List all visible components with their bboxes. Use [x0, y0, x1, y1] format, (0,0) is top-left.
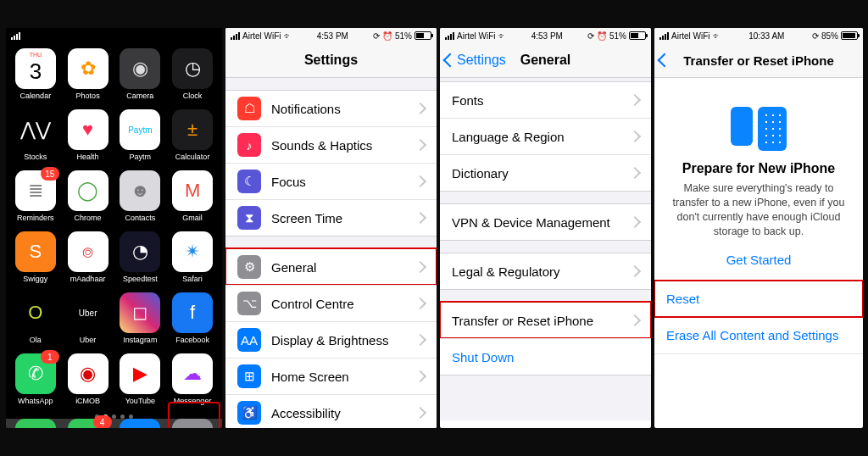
status-bar: Airtel WiFiᯤ 10:33 AM ⟳85% — [654, 28, 863, 43]
app-label: Gmail — [182, 214, 203, 222]
row-label: Display & Brightness — [271, 333, 416, 348]
status-bar — [6, 28, 222, 43]
app-speedtest[interactable]: ◔Speedtest — [114, 231, 167, 292]
row-sounds-haptics[interactable]: ♪Sounds & Haptics — [225, 126, 437, 163]
app-label: iCMOB — [75, 397, 100, 405]
app-label: Camera — [126, 92, 153, 100]
row-screen-time[interactable]: ⧗Screen Time — [225, 199, 437, 236]
row-label: Legal & Regulatory — [452, 264, 631, 279]
app-gmail[interactable]: MGmail — [166, 170, 219, 231]
app-paytm[interactable]: PaytmPaytm — [114, 109, 167, 170]
home-screen: THU3Calendar✿Photos◉Camera◷Clock⋀⋁Stocks… — [6, 28, 222, 428]
chevron-right-icon — [415, 175, 426, 187]
back-button[interactable]: Settings — [445, 53, 506, 68]
chevron-right-icon — [415, 212, 426, 224]
app-ola[interactable]: OOla — [9, 292, 62, 353]
chevron-right-icon — [415, 298, 426, 309]
row-language-region[interactable]: Language & Region — [440, 118, 651, 154]
status-bar: Airtel WiFiᯤ 4:53 PM ⟳⏰51% — [225, 28, 437, 43]
chevron-right-icon — [415, 370, 426, 382]
row-transfer-or-reset-iphone[interactable]: Transfer or Reset iPhone — [440, 302, 651, 338]
carrier: Airtel WiFi — [242, 31, 281, 41]
row-vpn-device-management[interactable]: VPN & Device Management — [440, 203, 651, 241]
row-legal-regulatory[interactable]: Legal & Regulatory — [440, 253, 651, 290]
dock-messages[interactable]: ✉4 — [68, 419, 108, 428]
app-label: mAadhaar — [70, 275, 106, 283]
chevron-right-icon — [415, 261, 426, 273]
app-stocks[interactable]: ⋀⋁Stocks — [9, 109, 62, 170]
app-uber[interactable]: UberUber — [62, 292, 114, 353]
chevron-right-icon — [629, 94, 641, 106]
app-whatsapp[interactable]: ✆1WhatsApp — [9, 353, 62, 414]
app-clock[interactable]: ◷Clock — [166, 48, 219, 109]
row-shut-down[interactable]: Shut Down — [440, 338, 651, 375]
row-display-brightness[interactable]: AADisplay & Brightness — [225, 321, 437, 358]
app-facebook[interactable]: fFacebook — [166, 292, 219, 353]
orientation-lock-icon: ⟳ — [587, 31, 594, 41]
get-started-link[interactable]: Get Started — [666, 253, 851, 267]
nav-bar: Settings General — [440, 43, 651, 78]
prepare-heading: Prepare for New iPhone — [666, 161, 851, 176]
row-label: Transfer or Reset iPhone — [452, 314, 631, 328]
page-title: General — [520, 53, 571, 68]
row-focus[interactable]: ☾Focus — [225, 163, 437, 199]
app-label: Chrome — [75, 214, 102, 222]
app-reminders[interactable]: ≣15Reminders — [9, 170, 62, 231]
app-health[interactable]: ♥Health — [62, 109, 114, 170]
carrier: Airtel WiFi — [457, 31, 496, 41]
row-fonts[interactable]: Fonts — [440, 81, 651, 118]
alarm-icon: ⏰ — [382, 31, 392, 41]
row-notifications[interactable]: ☖Notifications — [225, 90, 437, 126]
app-photos[interactable]: ✿Photos — [62, 48, 114, 109]
dock-phone[interactable]: ✆ — [15, 419, 56, 428]
row-control-centre[interactable]: ⌥Control Centre — [225, 285, 437, 321]
app-safari[interactable]: ✴Safari — [166, 231, 219, 292]
row-dictionary[interactable]: Dictionary — [440, 154, 651, 192]
app-label: Contacts — [125, 214, 156, 222]
back-label: Settings — [457, 53, 506, 68]
app-contacts[interactable]: ☻Contacts — [114, 170, 167, 231]
app-swiggy[interactable]: SSwiggy — [9, 231, 62, 292]
app-chrome[interactable]: ◯Chrome — [62, 170, 114, 231]
dock-app store[interactable]: A — [120, 419, 160, 428]
row-label: Notifications — [271, 102, 416, 116]
battery-pct: 51% — [395, 31, 412, 41]
app-youtube[interactable]: ▶YouTube — [114, 353, 167, 414]
app-label: Reminders — [17, 214, 54, 222]
app-icmob[interactable]: ◉iCMOB — [62, 353, 114, 414]
option-erase-all-content-and-settings[interactable]: Erase All Content and Settings — [654, 317, 863, 354]
row-general[interactable]: ⚙General — [225, 248, 437, 285]
chevron-right-icon — [629, 131, 641, 142]
row-label: Sounds & Haptics — [271, 138, 416, 153]
app-label: Ola — [30, 336, 42, 344]
nav-bar: Settings — [225, 43, 437, 78]
option-reset[interactable]: Reset — [654, 281, 863, 317]
row-accessibility[interactable]: ♿Accessibility — [225, 394, 437, 428]
app-label: Speedtest — [123, 275, 158, 283]
chevron-right-icon — [415, 139, 426, 151]
app-camera[interactable]: ◉Camera — [114, 48, 167, 109]
app-label: Calendar — [20, 92, 52, 100]
app-label: WhatsApp — [18, 397, 53, 405]
app-instagram[interactable]: ◻Instagram — [114, 292, 167, 353]
app-label: Stocks — [24, 153, 47, 161]
app-calculator[interactable]: ±Calculator — [166, 109, 219, 170]
wifi-icon: ᯤ — [284, 31, 292, 41]
app-maadhaar[interactable]: ⌾mAadhaar — [62, 231, 114, 292]
app-label: Health — [77, 153, 99, 161]
app-label: Paytm — [130, 153, 152, 161]
row-label: Language & Region — [452, 130, 631, 144]
chevron-right-icon — [629, 314, 641, 326]
back-button[interactable] — [659, 55, 671, 65]
carrier: Airtel WiFi — [671, 31, 710, 41]
row-icon: ⚙ — [237, 255, 261, 279]
battery-icon — [841, 31, 858, 40]
row-home-screen[interactable]: ⊞Home Screen — [225, 358, 437, 394]
app-calendar[interactable]: THU3Calendar — [9, 48, 62, 109]
app-label: Swiggy — [23, 275, 47, 283]
clock: 4:53 PM — [317, 31, 348, 41]
highlight-settings — [168, 402, 220, 428]
app-label: YouTube — [125, 397, 155, 405]
wifi-icon: ᯤ — [498, 31, 507, 41]
page-title: Settings — [304, 53, 358, 68]
